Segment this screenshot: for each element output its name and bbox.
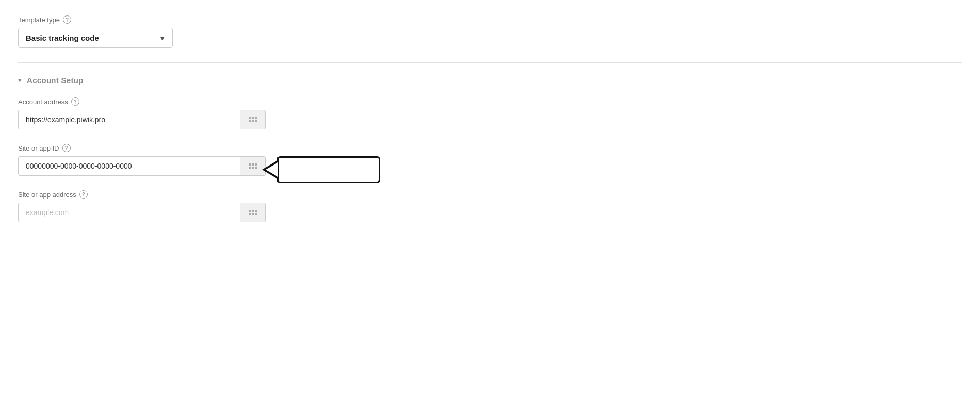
site-app-address-addon-button[interactable] <box>240 203 266 222</box>
arrow-box <box>277 156 380 183</box>
account-address-field: Account address ? <box>18 97 962 129</box>
account-setup-section: ▾ Account Setup Account address ? <box>18 76 962 222</box>
template-type-section: Template type ? Basic tracking code Cust… <box>18 15 962 48</box>
arrow-annotation <box>277 156 380 183</box>
page-container: Template type ? Basic tracking code Cust… <box>0 0 980 395</box>
site-app-id-input[interactable] <box>18 156 240 176</box>
account-address-input-row <box>18 110 266 129</box>
grid-icon <box>249 163 257 169</box>
site-app-id-label: Site or app ID ? <box>18 144 962 152</box>
site-app-address-input[interactable] <box>18 203 240 222</box>
site-app-address-field: Site or app address ? <box>18 190 962 222</box>
label-text: Account address <box>18 98 68 106</box>
template-type-select-wrapper: Basic tracking code Custom tracking code… <box>18 28 173 48</box>
label-text: Site or app address <box>18 191 76 199</box>
site-app-address-input-row <box>18 203 266 222</box>
label-text: Template type <box>18 16 60 24</box>
account-address-addon-button[interactable] <box>240 110 266 129</box>
label-text: Site or app ID <box>18 144 59 152</box>
section-divider <box>18 62 962 63</box>
template-type-select[interactable]: Basic tracking code Custom tracking code <box>18 28 173 48</box>
account-setup-title: Account Setup <box>27 76 84 85</box>
site-app-address-label: Site or app address ? <box>18 190 962 199</box>
site-app-id-help-icon[interactable]: ? <box>62 144 71 152</box>
site-app-address-help-icon[interactable]: ? <box>79 190 88 199</box>
site-app-id-input-row <box>18 156 266 176</box>
grid-icon <box>249 117 257 122</box>
account-address-input[interactable] <box>18 110 240 129</box>
site-app-id-row <box>18 156 962 176</box>
account-address-label: Account address ? <box>18 97 962 106</box>
account-address-help-icon[interactable]: ? <box>71 97 79 106</box>
template-type-label: Template type ? <box>18 15 962 24</box>
site-app-id-field: Site or app ID ? <box>18 144 962 176</box>
grid-icon <box>249 210 257 215</box>
collapse-chevron-icon[interactable]: ▾ <box>18 76 22 84</box>
template-type-help-icon[interactable]: ? <box>63 15 71 24</box>
account-setup-header: ▾ Account Setup <box>18 76 962 85</box>
